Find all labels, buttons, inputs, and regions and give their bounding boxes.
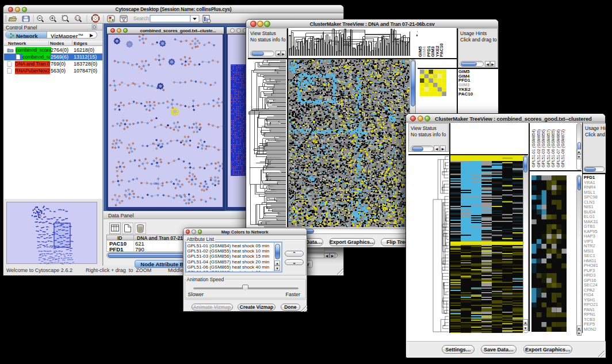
svg-text:GPL51-03 (GSM856): GPL51-03 (GSM856) [541, 129, 546, 167]
svg-text:1:1: 1:1 [76, 17, 80, 20]
svg-text:GPL51-06 (GSM865): GPL51-06 (GSM865) [551, 129, 556, 167]
svg-text:GPL51-04 (GSM857): GPL51-04 (GSM857) [546, 129, 550, 167]
svg-text:GPL51-01 (GSM854): GPL51-01 (GSM854) [531, 129, 536, 167]
svg-text:Search:: Search: [133, 16, 150, 21]
svg-text:GPL51-08 (GSM872): GPL51-08 (GSM872) [561, 129, 565, 167]
svg-text:GPL51-07 (GSM868): GPL51-07 (GSM868) [556, 129, 560, 167]
svg-text:GPL51-02 (GSM855): GPL51-02 (GSM855) [536, 129, 541, 167]
svg-text:PAC10: PAC10 [439, 43, 444, 57]
